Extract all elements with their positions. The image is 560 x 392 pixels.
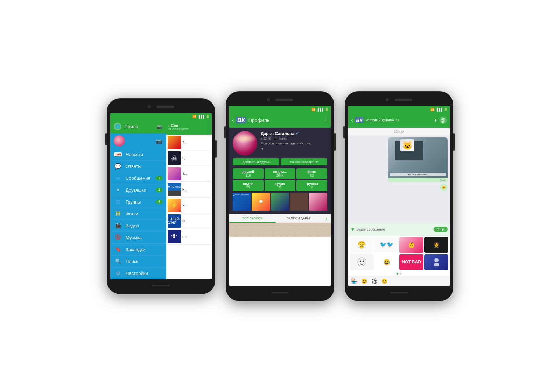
community-item-7[interactable]: 👁 П... — [166, 229, 212, 245]
speaker-3 — [394, 99, 412, 101]
sticker-4[interactable]: 🤵 — [424, 237, 448, 253]
signal-icon-1: ▐▐▐ — [198, 115, 204, 118]
stat-subscribers-value: 264K — [266, 174, 294, 177]
photo-thumb-2[interactable]: ✸ — [252, 193, 270, 211]
chat-back-icon[interactable]: ‹ — [351, 117, 353, 123]
answers-label: Ответы — [126, 164, 163, 169]
news-icon: CNN — [114, 150, 122, 159]
svg-point-2 — [363, 261, 364, 262]
add-tab-icon[interactable]: + — [322, 214, 331, 223]
stat-friends[interactable]: друзей 118 — [233, 168, 264, 179]
menu-item-messages[interactable]: ✉ Сообщения 7 — [110, 172, 166, 184]
menu-item-photos[interactable]: 🖼 Фотки — [110, 208, 166, 220]
phone-bottom-2 — [229, 289, 331, 296]
tab-all-posts[interactable]: ВСЕ ЗАПИСИ — [229, 214, 276, 223]
image-time: 0:18 — [388, 178, 448, 182]
message-input[interactable] — [357, 228, 433, 231]
photo-thumb-5[interactable] — [309, 193, 327, 211]
expand-chat-icon[interactable]: ▼ — [350, 227, 355, 232]
messages-badge: 7 — [156, 176, 163, 180]
profile-body: Дарья Сагалова ✔ в 12:46 📱 была Моя офиц… — [229, 128, 331, 214]
stat-video[interactable]: видео 55 — [233, 180, 264, 191]
phone-screen-2: 📶 ▐▐▐ 🔋 ‹ ВК Профиль ⋮ — [229, 106, 331, 286]
meme-face-icon[interactable]: 😐 — [382, 278, 387, 284]
menu-item-answers[interactable]: 💬 Ответы — [110, 161, 166, 172]
community-thumb-3 — [168, 167, 181, 180]
beats-icon: ⓑ — [115, 234, 121, 241]
phone-top-1 — [110, 103, 212, 110]
profile-stats-row2: видео 55 аудио 32 группы 2 — [233, 180, 327, 191]
menu-item-video[interactable]: 🎬 Видео — [110, 220, 166, 232]
community-item-1[interactable]: S... — [166, 135, 212, 150]
menu-item-search[interactable]: 🔍 Поиск — [110, 256, 166, 268]
menu-item-groups[interactable]: ⊞ Группы 6 — [110, 196, 166, 208]
sticker-store-icon[interactable]: 🏪 — [351, 278, 357, 284]
menu-item-settings[interactable]: ⚙ Настройки — [110, 268, 166, 279]
status-bar-1: 📶 ▐▐▐ 🔋 — [110, 113, 212, 120]
profile-stats-row1: друзей 118 подпи... 264K фото 52 — [233, 168, 327, 179]
user-avatar-row[interactable]: 📷 — [110, 133, 166, 149]
send-button[interactable]: Отпр. — [434, 227, 448, 232]
sticker-1[interactable]: 😤 — [350, 237, 374, 253]
chat-messages-area: 🐱 вот так и работаем... 0:18 🐱 — [348, 135, 450, 223]
community-thumb-7: 👁 — [168, 230, 181, 243]
stat-photos[interactable]: фото 52 — [296, 168, 327, 179]
phone-top-2 — [229, 96, 331, 103]
answers-icon: 💬 — [114, 162, 122, 171]
send-message-button[interactable]: Личное сообщение — [281, 158, 327, 165]
settings-icon: ⚙ — [114, 269, 122, 277]
tab-user-posts[interactable]: ЗАПИСИ ДАРЬИ — [276, 214, 322, 223]
photo-thumb-1[interactable]: ДАРЬЯ САГАЛОВА — [233, 193, 251, 211]
speaker-1 — [156, 106, 174, 108]
chat-date-label: 25 мая — [348, 128, 450, 135]
sticker-7[interactable]: NOT BAD — [399, 254, 424, 270]
groups-icon: ⊞ — [114, 198, 122, 206]
community-item-5[interactable]: ⚡ У... — [166, 198, 212, 213]
chat-image-content[interactable]: 🐱 вот так и работаем... — [388, 137, 448, 178]
avatar-image — [233, 131, 257, 156]
image-text-overlay: вот так и работаем... — [390, 173, 446, 176]
phone1-panels: 🌐 Поиск 📷 📷 CNN — [110, 120, 212, 279]
front-camera-3 — [386, 98, 389, 101]
menu-item-bookmarks[interactable]: 🔖 Закладки — [110, 244, 166, 256]
signal-icon-2: ▐▐▐ — [317, 108, 323, 111]
emoji-icon[interactable]: 😊 — [361, 278, 367, 284]
community-text-2: Ц... — [182, 156, 187, 160]
more-options-icon[interactable]: ⋮ — [322, 117, 328, 123]
add-contact-icon[interactable]: + — [434, 117, 437, 123]
community-item-2[interactable]: ☠ Ц... — [166, 150, 212, 166]
ball-icon[interactable]: ⚽ — [371, 278, 377, 284]
stat-audio[interactable]: аудио 32 — [265, 180, 295, 191]
stat-photos-value: 52 — [298, 174, 326, 177]
sticker-8[interactable] — [424, 254, 448, 270]
sticker-2[interactable]: 🐦🐦 — [374, 237, 399, 253]
community-item-6[interactable]: ОНЛАЙН КИНО О... — [166, 213, 212, 229]
globe-icon: 🌐 — [114, 123, 121, 130]
dot-1 — [397, 273, 398, 275]
stat-subscribers[interactable]: подпи... 264K — [265, 168, 295, 179]
at-symbol-icon[interactable]: @ — [439, 116, 447, 124]
community-text-7: П... — [182, 235, 187, 238]
search-bar[interactable]: 🌐 Поиск 📷 — [110, 120, 166, 134]
menu-item-news[interactable]: CNN Новости — [110, 149, 166, 161]
face-highlight — [233, 134, 257, 143]
home-indicator-1 — [152, 285, 170, 286]
community-item-3[interactable]: 4... — [166, 166, 212, 182]
sticker-6[interactable]: 😂 — [374, 254, 399, 270]
left-menu-panel: 🌐 Поиск 📷 📷 CNN — [110, 120, 166, 279]
chat-screen: 📶 ▐▐▐ 🔋 ‹ ВК kamish123@inbox.ru + @ 25 м… — [348, 106, 450, 286]
stat-groups[interactable]: группы 2 — [296, 180, 327, 191]
front-camera-1 — [148, 105, 151, 108]
photo-text-1: ДАРЬЯ САГАЛОВА — [233, 193, 251, 197]
sticker-5[interactable] — [350, 254, 374, 270]
sticker-3[interactable]: 👶 — [399, 237, 424, 253]
home-indicator-3 — [390, 292, 408, 293]
photo-thumb-4[interactable] — [290, 193, 308, 211]
expand-icon[interactable]: ▼ — [261, 147, 264, 151]
community-item-4[interactable]: HTC one Н... — [166, 182, 212, 198]
menu-item-music[interactable]: ⓑ Музыка — [110, 232, 166, 244]
menu-item-friends[interactable]: ✦ Друзяшки 4 — [110, 184, 166, 196]
photo-thumb-3[interactable] — [271, 193, 289, 211]
back-arrow-icon[interactable]: ‹ — [232, 117, 234, 123]
add-friend-button[interactable]: Добавить в друзья — [233, 158, 279, 165]
